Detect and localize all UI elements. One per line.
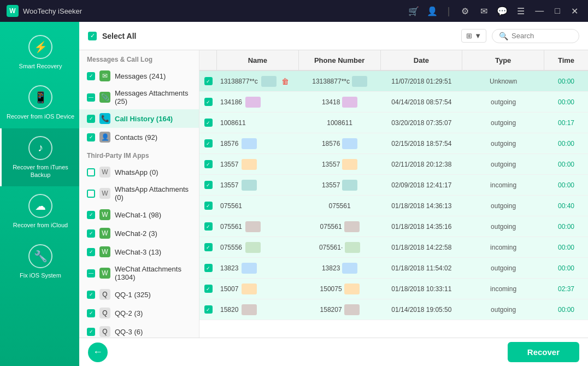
table-row[interactable]: 1008611 1008611 03/20/2018 07:35:07 outg… xyxy=(199,113,588,133)
category-qq-2[interactable]: Q QQ-2 (3) xyxy=(79,304,199,322)
row-check-cell[interactable] xyxy=(199,98,217,106)
row-checkbox[interactable] xyxy=(204,305,213,314)
call-history-checkbox[interactable] xyxy=(87,115,95,123)
row-name: 1008611 xyxy=(217,119,299,127)
main-layout: ⚡ Smart Recovery 📱 Recover from iOS Devi… xyxy=(0,22,588,366)
chat-icon[interactable]: 💬 xyxy=(497,5,508,16)
category-wechat-attach[interactable]: W WeChat Attachments (1304) xyxy=(79,261,199,285)
messages-attach-checkbox[interactable] xyxy=(87,93,95,102)
row-checkbox[interactable] xyxy=(204,98,213,106)
row-check-cell[interactable] xyxy=(199,119,217,127)
mail-icon[interactable]: ✉ xyxy=(478,5,489,16)
maximize-button[interactable]: □ xyxy=(551,5,563,17)
back-button[interactable]: ← xyxy=(88,343,108,362)
category-contacts[interactable]: 👤 Contacts (92) xyxy=(79,128,199,146)
table-row[interactable]: 075556 075561· 01/18/2018 14:22:58 incom… xyxy=(199,237,588,258)
qq-2-label: QQ-2 (3) xyxy=(115,309,191,317)
row-check-cell[interactable] xyxy=(199,243,217,251)
minimize-button[interactable]: — xyxy=(532,5,547,17)
row-checkbox[interactable] xyxy=(204,181,213,189)
row-checkbox[interactable] xyxy=(204,202,213,210)
category-whatsapp[interactable]: W WhatsApp (0) xyxy=(79,163,199,181)
contacts-checkbox[interactable] xyxy=(87,133,95,141)
cart-icon[interactable]: 🛒 xyxy=(408,5,419,16)
table-row[interactable]: 075561 075561 01/18/2018 14:35:16 outgoi… xyxy=(199,216,588,237)
category-qq-1[interactable]: Q QQ-1 (325) xyxy=(79,285,199,304)
row-name: 13557 xyxy=(217,180,299,191)
row-check-cell[interactable] xyxy=(199,305,217,314)
category-qq-3[interactable]: Q QQ-3 (6) xyxy=(79,322,199,338)
row-check-cell[interactable] xyxy=(199,139,217,147)
sidebar-label-fix-ios: Fix iOS System xyxy=(20,271,61,279)
row-date: 01/18/2018 11:54:02 xyxy=(381,264,463,272)
row-checkbox[interactable] xyxy=(204,160,213,168)
avatar xyxy=(245,221,261,232)
delete-icon[interactable]: 🗑 xyxy=(280,76,291,87)
table-row[interactable]: 13138877**c 🗑 13138877**c 11/07/2018 01:… xyxy=(199,71,588,92)
app-title: WooTechy iSeeker xyxy=(23,7,408,15)
whatsapp-label: WhatsApp (0) xyxy=(115,168,191,176)
row-checkbox[interactable] xyxy=(204,77,213,85)
category-call-history[interactable]: 📞 Call History (164) xyxy=(79,109,199,128)
category-wechat-1[interactable]: W WeChat-1 (98) xyxy=(79,205,199,224)
qq-3-checkbox[interactable] xyxy=(87,328,95,336)
qq-1-checkbox[interactable] xyxy=(87,291,95,299)
table-row[interactable]: 15820 158207 01/14/2018 19:05:50 outgoin… xyxy=(199,299,588,320)
table-row[interactable]: 15007 150075 01/18/2018 10:33:11 incomin… xyxy=(199,279,588,299)
avatar xyxy=(242,180,257,191)
filter-arrow: ▼ xyxy=(474,32,481,40)
gear-icon[interactable]: ⚙ xyxy=(460,5,471,16)
close-button[interactable]: ✕ xyxy=(568,5,581,17)
row-check-cell[interactable] xyxy=(199,77,217,85)
row-check-cell[interactable] xyxy=(199,202,217,210)
select-all-checkbox[interactable] xyxy=(88,32,97,40)
category-whatsapp-attach[interactable]: W WhatsApp Attachments (0) xyxy=(79,181,199,205)
row-checkbox[interactable] xyxy=(204,222,213,231)
search-input[interactable] xyxy=(511,32,572,40)
messages-attach-label: Messages Attachments (25) xyxy=(115,89,191,105)
user-icon[interactable]: 👤 xyxy=(427,5,438,16)
table-row[interactable]: 13557 13557 02/11/2018 20:12:38 outgoing… xyxy=(199,154,588,175)
wechat-3-checkbox[interactable] xyxy=(87,248,95,256)
wechat-2-checkbox[interactable] xyxy=(87,229,95,238)
row-checkbox[interactable] xyxy=(204,243,213,251)
whatsapp-icon: W xyxy=(99,167,110,178)
category-wechat-3[interactable]: W WeChat-3 (13) xyxy=(79,243,199,261)
row-check-cell[interactable] xyxy=(199,285,217,293)
th-type: Type xyxy=(462,50,544,70)
wechat-attach-checkbox[interactable] xyxy=(87,269,95,278)
table-row[interactable]: 18576 18576 02/15/2018 18:57:54 outgoing… xyxy=(199,133,588,154)
table-row[interactable]: 13557 13557 02/09/2018 12:41:17 incoming… xyxy=(199,175,588,196)
row-check-cell[interactable] xyxy=(199,181,217,189)
row-checkbox[interactable] xyxy=(204,119,213,127)
sidebar-item-itunes-backup[interactable]: ♪ Recover from iTunes Backup xyxy=(0,128,79,187)
table-row[interactable]: 13823 13823 01/18/2018 11:54:02 outgoing… xyxy=(199,258,588,279)
category-messages-attach[interactable]: 📎 Messages Attachments (25) xyxy=(79,85,199,109)
sidebar-item-ios-device[interactable]: 📱 Recover from iOS Device xyxy=(0,78,79,128)
row-checkbox[interactable] xyxy=(204,285,213,293)
menu-icon[interactable]: ☰ xyxy=(515,5,526,16)
whatsapp-attach-checkbox[interactable] xyxy=(87,190,95,198)
sidebar-item-fix-ios[interactable]: 🔧 Fix iOS System xyxy=(0,237,79,287)
category-messages[interactable]: ✉ Messages (241) xyxy=(79,67,199,85)
sidebar-item-smart-recovery[interactable]: ⚡ Smart Recovery xyxy=(0,27,79,78)
table-row[interactable]: 134186 13418 04/14/2018 08:57:54 outgoin… xyxy=(199,92,588,113)
filter-button[interactable]: ⊞ ▼ xyxy=(461,29,486,43)
thirdparty-group-title: Third-Party IM Apps xyxy=(79,146,199,163)
table-row[interactable]: 075561 075561 01/18/2018 14:36:13 outgoi… xyxy=(199,196,588,216)
row-check-cell[interactable] xyxy=(199,264,217,272)
category-wechat-2[interactable]: W WeChat-2 (3) xyxy=(79,224,199,243)
row-date: 01/18/2018 14:35:16 xyxy=(381,223,463,231)
row-checkbox[interactable] xyxy=(204,264,213,272)
row-date: 01/18/2018 10:33:11 xyxy=(381,285,463,293)
qq-2-checkbox[interactable] xyxy=(87,309,95,317)
whatsapp-checkbox[interactable] xyxy=(87,168,95,176)
row-check-cell[interactable] xyxy=(199,160,217,168)
recover-button[interactable]: Recover xyxy=(508,342,579,362)
select-all-label: Select All xyxy=(102,32,461,40)
messages-checkbox[interactable] xyxy=(87,72,95,80)
sidebar-item-icloud[interactable]: ☁ Recover from iCloud xyxy=(0,186,79,237)
wechat-1-checkbox[interactable] xyxy=(87,211,95,219)
row-check-cell[interactable] xyxy=(199,222,217,231)
row-checkbox[interactable] xyxy=(204,139,213,147)
